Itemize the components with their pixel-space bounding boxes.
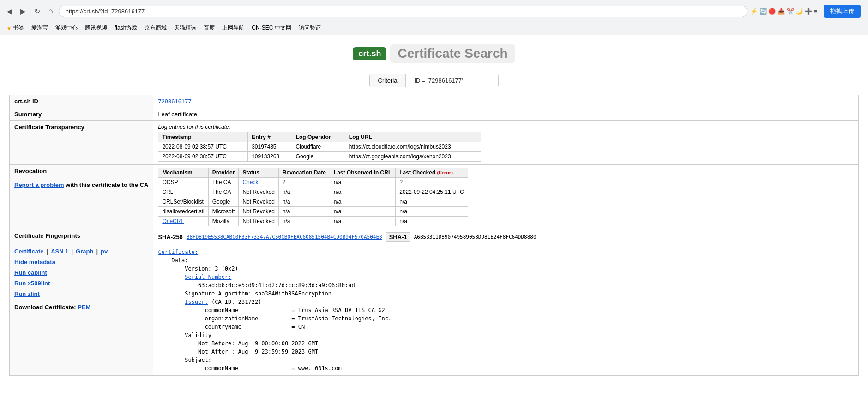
- bookmark-wangdao[interactable]: 上网导航: [219, 23, 247, 33]
- crtsh-id-link[interactable]: 7298616177: [158, 98, 191, 105]
- bookmark-cnsec[interactable]: CN-SEC 中文网: [249, 23, 294, 33]
- ct-col-timestamp: Timestamp: [158, 132, 248, 142]
- upload-button[interactable]: 拖拽上传: [824, 5, 861, 18]
- criteria-button[interactable]: Criteria: [370, 74, 406, 87]
- certificate-row: Certificate | ASN.1 | Graph | pv Hide me…: [10, 245, 859, 376]
- ct-table: Timestamp Entry # Log Operator Log URL 2…: [158, 132, 481, 162]
- certificate-label-cell: Certificate | ASN.1 | Graph | pv Hide me…: [10, 245, 153, 376]
- bookmark-jd[interactable]: 京东商城: [142, 23, 169, 33]
- bookmark-tencent[interactable]: 腾讯视频: [82, 23, 110, 33]
- ct-url: https://ct.googleapis.com/logs/xenon2023: [345, 152, 481, 162]
- download-label: Download Certificate:: [14, 304, 76, 311]
- bookmark-star[interactable]: ★ 书签: [4, 23, 27, 33]
- address-bar[interactable]: https://crt.sh/?id=7298616177: [59, 6, 747, 17]
- sha1-hash: A6B53311D890749589058DD81E24F8FC64DD8880: [414, 234, 536, 240]
- issuer-link[interactable]: Issuer:: [185, 299, 208, 305]
- rev-mechanism: OneCRL: [158, 217, 208, 226]
- address-text: https://crt.sh/?id=7298616177: [66, 8, 145, 15]
- rev-provider: The CA: [208, 187, 239, 197]
- refresh-button[interactable]: ↻: [31, 6, 43, 17]
- search-bar-container: Criteria ID = '7298616177': [0, 70, 868, 91]
- rev-lastobs: n/a: [330, 178, 395, 187]
- pem-link[interactable]: PEM: [78, 304, 90, 311]
- site-header: crt.sh Certificate Search: [0, 40, 868, 66]
- crtsh-id-label: crt.sh ID: [10, 95, 153, 108]
- certificate-content: Certificate: Data: Version: 3 (0x2) Seri…: [153, 245, 859, 376]
- forward-button[interactable]: ▶: [18, 6, 29, 17]
- rev-revdate: ?: [278, 178, 330, 187]
- rev-status: Not Revoked: [239, 187, 278, 197]
- rev-status: Not Revoked: [239, 197, 278, 207]
- rev-lastchecked: n/a: [396, 197, 468, 207]
- bookmark-gamecenter[interactable]: 游戏中心: [53, 23, 80, 33]
- sha1-label: SHA-1: [386, 232, 410, 242]
- ct-scroll[interactable]: Log entries for this certificate: Timest…: [158, 124, 854, 162]
- hide-metadata-link[interactable]: Hide metadata: [14, 259, 148, 265]
- revocation-row: Revocation Report a problem with this ce…: [10, 165, 859, 229]
- rev-status: Check: [239, 178, 278, 187]
- pv-link[interactable]: pv: [101, 248, 108, 255]
- ct-col-url: Log URL: [345, 132, 481, 142]
- bookmark-flash[interactable]: flash游戏: [112, 23, 140, 33]
- cert-link[interactable]: Certificate: [14, 248, 44, 255]
- cert-header-link[interactable]: Certificate:: [158, 249, 198, 255]
- rev-lastobs: n/a: [330, 197, 395, 207]
- rev-mechanism: disallowedcert.stl: [158, 207, 208, 217]
- crtsh-id-row: crt.sh ID 7298616177: [10, 95, 859, 108]
- revocation-label: Revocation Report a problem with this ce…: [10, 165, 153, 229]
- ct-table-row: 2022-08-09 02:38:57 UTC 109133263 Google…: [158, 152, 481, 162]
- search-bar: Criteria ID = '7298616177': [369, 74, 499, 87]
- error-badge: (Error): [437, 170, 453, 175]
- serial-number-link[interactable]: Serial Number:: [185, 274, 231, 280]
- fingerprints-row-content: SHA-256 B8FDB19E5538CABC0F33F73347A7C50C…: [158, 232, 854, 242]
- ct-url: https://ct.cloudflare.com/logs/nimbus202…: [345, 142, 481, 152]
- search-id-field: ID = '7298616177': [406, 74, 498, 87]
- rev-col-revdate: Revocation Date: [278, 168, 330, 178]
- ct-content: Log entries for this certificate: Timest…: [153, 121, 859, 165]
- rev-col-lastobs: Last Observed in CRL: [330, 168, 395, 178]
- run-zlint-link[interactable]: Run zlint: [14, 290, 148, 297]
- ct-timestamp: 2022-08-09 02:38:57 UTC: [158, 142, 248, 152]
- rev-revdate: n/a: [278, 187, 330, 197]
- rev-status: Not Revoked: [239, 207, 278, 217]
- back-button[interactable]: ◀: [4, 6, 15, 17]
- bookmarks-bar: ★ 书签 爱淘宝 游戏中心 腾讯视频 flash游戏 京东商城 天猫精选 百度 …: [0, 22, 868, 35]
- bookmark-aitaobao[interactable]: 爱淘宝: [29, 23, 51, 33]
- bookmark-baidu[interactable]: 百度: [201, 23, 217, 33]
- sha256-hash[interactable]: B8FDB19E5538CABC0F33F73347A7C50CB0FEAC60…: [187, 234, 382, 240]
- graph-link[interactable]: Graph: [76, 248, 93, 255]
- run-cablint-link[interactable]: Run cablint: [14, 269, 148, 276]
- rev-table-row: CRL The CA Not Revoked n/a n/a 2022-09-2…: [158, 187, 468, 197]
- ct-entry: 109133263: [248, 152, 292, 162]
- crtsh-id-value: 7298616177: [153, 95, 859, 108]
- fingerprints-row: Certificate Fingerprints SHA-256 B8FDB19…: [10, 229, 859, 245]
- rev-provider: Mozilla: [208, 217, 239, 226]
- onecrl-link[interactable]: OneCRL: [162, 218, 184, 224]
- ct-entry: 30197485: [248, 142, 292, 152]
- rev-col-provider: Provider: [208, 168, 239, 178]
- report-problem-link[interactable]: Report a problem: [14, 181, 64, 188]
- logo-badge: crt.sh: [353, 47, 386, 60]
- page-content: crt.sh Certificate Search Criteria ID = …: [0, 35, 868, 380]
- bookmark-tianmao[interactable]: 天猫精选: [171, 23, 199, 33]
- ocsp-check-link[interactable]: Check: [242, 179, 258, 186]
- asn1-link[interactable]: ASN.1: [51, 248, 68, 255]
- ct-operator: Cloudflare: [292, 142, 345, 152]
- ct-col-operator: Log Operator: [292, 132, 345, 142]
- home-button[interactable]: ⌂: [46, 6, 56, 16]
- rev-lastchecked: 2022-09-22 04:25:11 UTC: [396, 187, 468, 197]
- run-x509lint-link[interactable]: Run x509lint: [14, 280, 148, 287]
- rev-lastchecked: ?: [396, 178, 468, 187]
- fingerprints-label: Certificate Fingerprints: [10, 229, 153, 245]
- site-title: Certificate Search: [390, 44, 515, 63]
- rev-lastobs: n/a: [330, 217, 395, 226]
- ct-row: Certificate Transparency Log entries for…: [10, 121, 859, 165]
- rev-lastobs: n/a: [330, 207, 395, 217]
- rev-provider: The CA: [208, 178, 239, 187]
- summary-label: Summary: [10, 108, 153, 121]
- summary-value: Leaf certificate: [153, 108, 859, 121]
- browser-nav-bar: ◀ ▶ ↻ ⌂ https://crt.sh/?id=7298616177 ⚡ …: [0, 0, 868, 22]
- bookmark-visit[interactable]: 访问验证: [296, 23, 324, 33]
- certificate-text: Certificate: Data: Version: 3 (0x2) Seri…: [158, 248, 854, 373]
- download-section: Download Certificate: PEM: [14, 304, 148, 311]
